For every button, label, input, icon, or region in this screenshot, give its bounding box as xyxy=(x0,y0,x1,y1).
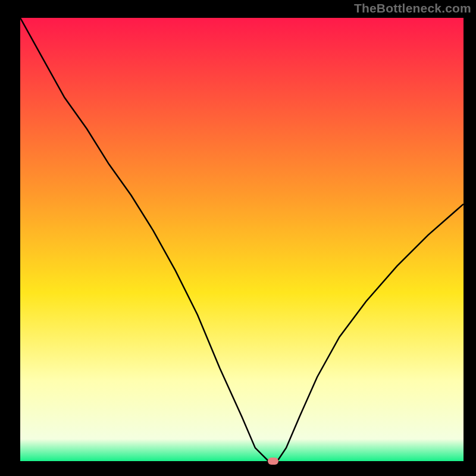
gradient-background xyxy=(20,18,464,461)
current-position-marker xyxy=(268,458,278,465)
watermark-text: TheBottleneck.com xyxy=(354,1,471,15)
bottleneck-chart xyxy=(20,18,464,461)
chart-plot-area xyxy=(20,18,464,461)
